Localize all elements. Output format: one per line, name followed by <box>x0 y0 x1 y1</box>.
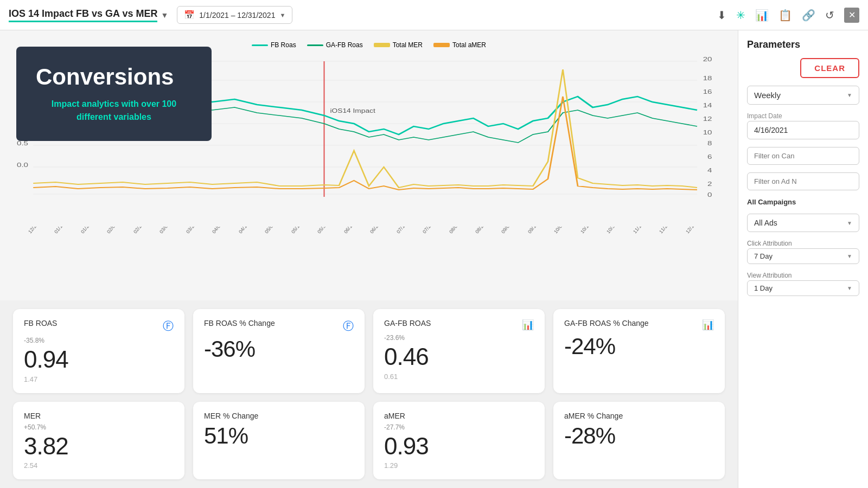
click-attr-section: Click Attribution 7 Day ▼ <box>747 240 859 264</box>
date-chevron-icon: ▼ <box>279 12 285 18</box>
impact-date-value[interactable]: 4/16/2021 <box>747 121 859 139</box>
fb-icon-1: Ⓕ <box>343 319 354 333</box>
svg-text:iOS14 Impact: iOS14 Impact <box>330 108 376 114</box>
date-range-picker[interactable]: 📅 1/1/2021 – 12/31/2021 ▼ <box>177 6 292 24</box>
frequency-select[interactable]: Weekly ▼ <box>747 86 859 105</box>
calendar-icon: 📅 <box>184 10 195 20</box>
metric-mer: MER +50.7% 3.82 2.54 <box>13 402 184 479</box>
chart-area: Conversions Impact analytics with over 1… <box>0 30 738 488</box>
svg-text:0.0: 0.0 <box>17 162 28 168</box>
view-attr-section: View Attribution 1 Day ▼ <box>747 272 859 296</box>
svg-text:0: 0 <box>707 191 712 198</box>
title-dropdown-arrow[interactable]: ▼ <box>161 11 168 20</box>
metric-fb-roas-change: FB ROAS % Change Ⓕ -36% <box>193 309 365 393</box>
frequency-chevron-icon: ▼ <box>847 92 852 98</box>
refresh-icon[interactable]: ↺ <box>825 9 834 22</box>
sidebar: Parameters CLEAR Weekly ▼ Impact Date 4/… <box>738 30 868 488</box>
sidebar-title: Parameters <box>747 39 859 50</box>
view-attr-chevron-icon: ▼ <box>847 285 852 291</box>
header-action-icons: ⬇ ✳ 📊 📋 🔗 ↺ ✕ <box>717 8 859 23</box>
impact-date-label: Impact Date <box>747 112 859 120</box>
svg-text:16: 16 <box>703 88 712 95</box>
svg-text:10: 10 <box>703 129 712 136</box>
click-attr-chevron-icon: ▼ <box>847 253 852 259</box>
all-ads-select[interactable]: All Ads ▼ <box>747 214 859 232</box>
svg-text:14: 14 <box>703 102 712 108</box>
clear-button[interactable]: CLEAR <box>800 58 859 78</box>
impact-date-section: Impact Date 4/16/2021 <box>747 112 859 139</box>
metric-ga-fb-roas-change: GA-FB ROAS % Change 📊 -24% <box>553 309 725 393</box>
metric-ga-fb-roas: GA-FB ROAS 📊 -23.6% 0.46 0.61 <box>373 309 545 393</box>
click-attr-label: Click Attribution <box>747 240 859 247</box>
click-attr-select[interactable]: 7 Day ▼ <box>747 248 859 264</box>
legend-total-mer: Total MER <box>374 41 423 49</box>
metric-amer-change: aMER % Change -28% <box>553 402 725 479</box>
download-icon[interactable]: ⬇ <box>717 9 726 22</box>
svg-text:18: 18 <box>703 75 712 81</box>
bar-chart-icon[interactable]: 📊 <box>755 9 769 22</box>
all-ads-chevron-icon: ▼ <box>847 220 852 226</box>
legend-total-amer: Total aMER <box>433 41 486 49</box>
svg-text:6: 6 <box>707 153 712 160</box>
hero-subtext: Impact analytics with over 100 different… <box>36 98 192 124</box>
link-icon[interactable]: 🔗 <box>802 9 815 22</box>
metrics-grid: FB ROAS Ⓕ -35.8% 0.94 1.47 FB ROAS % Cha… <box>0 300 738 488</box>
view-attr-select[interactable]: 1 Day ▼ <box>747 280 859 296</box>
page-title: IOS 14 Impact FB vs GA vs MER ▼ <box>9 8 168 22</box>
svg-text:12: 12 <box>703 115 712 122</box>
metric-mer-change: MER % Change 51% <box>193 402 365 479</box>
legend-ga-fb-roas: GA-FB Roas <box>307 41 363 49</box>
metric-amer: aMER -27.7% 0.93 1.29 <box>373 402 545 479</box>
svg-text:20: 20 <box>703 56 712 62</box>
filter-ad-input[interactable] <box>747 172 859 190</box>
close-icon[interactable]: ✕ <box>844 8 859 23</box>
bar-icon-2: 📊 <box>522 319 534 331</box>
svg-text:4: 4 <box>707 167 712 174</box>
main-layout: Conversions Impact analytics with over 1… <box>0 30 868 488</box>
view-attr-label: View Attribution <box>747 272 859 279</box>
metric-fb-roas: FB ROAS Ⓕ -35.8% 0.94 1.47 <box>13 309 184 393</box>
bar-icon-3: 📊 <box>702 319 714 331</box>
filter-campaign-input[interactable] <box>747 147 859 165</box>
hero-card: Conversions Impact analytics with over 1… <box>16 47 212 141</box>
fb-icon-0: Ⓕ <box>163 319 174 333</box>
legend-fb-roas: FB Roas <box>252 41 296 49</box>
hero-heading: Conversions <box>36 64 192 90</box>
star-plus-icon[interactable]: ✳ <box>736 9 745 22</box>
all-campaigns-label: All Campaigns <box>747 198 859 206</box>
header: IOS 14 Impact FB vs GA vs MER ▼ 📅 1/1/20… <box>0 0 868 30</box>
svg-text:2: 2 <box>707 181 712 187</box>
svg-text:8: 8 <box>707 140 712 146</box>
clipboard-icon[interactable]: 📋 <box>778 9 792 22</box>
